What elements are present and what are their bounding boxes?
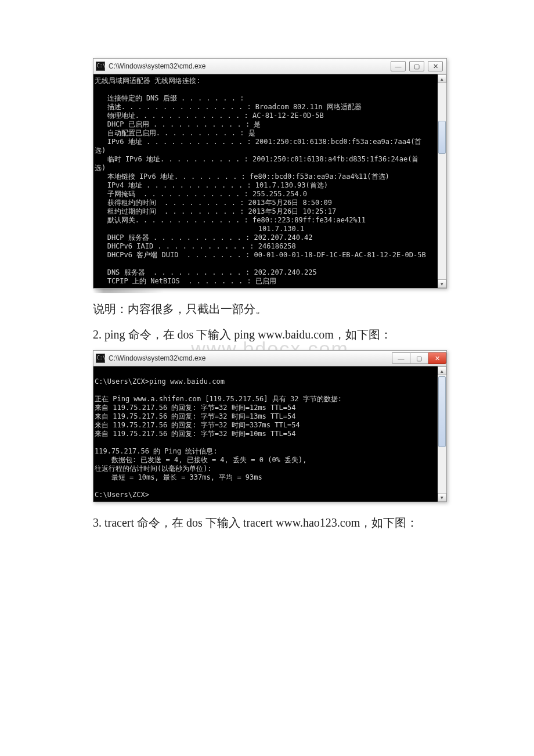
cmd-icon xyxy=(96,354,105,363)
minimize-button[interactable]: — xyxy=(392,352,410,364)
scroll-thumb[interactable] xyxy=(438,121,446,154)
step-3-text: 3. tracert 命令，在 dos 下输入 tracert www.hao1… xyxy=(93,513,447,532)
step-2-text: 2. ping 命令，在 dos 下输入 ping www.baidu.com，… xyxy=(93,325,447,344)
minimize-icon: — xyxy=(395,63,402,70)
window-buttons: — ▢ ✕ xyxy=(391,61,444,71)
chevron-down-icon: ▾ xyxy=(441,281,443,287)
window-title: C:\Windows\system32\cmd.exe xyxy=(109,354,392,362)
scroll-down-button[interactable]: ▾ xyxy=(438,279,446,288)
minimize-button[interactable]: — xyxy=(391,61,406,71)
close-icon: ✕ xyxy=(435,355,440,362)
minimize-icon: — xyxy=(398,355,405,362)
console-output[interactable]: C:\Users\ZCX>ping www.baidu.com 正在 Ping … xyxy=(93,366,438,502)
maximize-button[interactable]: ▢ xyxy=(410,352,428,364)
window-buttons: — ▢ ✕ xyxy=(392,352,446,364)
maximize-icon: ▢ xyxy=(414,63,420,70)
cmd-icon xyxy=(96,62,105,71)
maximize-icon: ▢ xyxy=(416,355,422,362)
close-button[interactable]: ✕ xyxy=(428,61,443,71)
chevron-up-icon: ▴ xyxy=(441,76,443,82)
chevron-down-icon: ▾ xyxy=(441,495,443,501)
window-title: C:\Windows\system32\cmd.exe xyxy=(109,62,391,70)
scroll-track[interactable] xyxy=(438,375,446,493)
console-output[interactable]: 无线局域网适配器 无线网络连接: 连接特定的 DNS 后缀 . . . . . … xyxy=(93,74,438,288)
scroll-down-button[interactable]: ▾ xyxy=(438,493,446,502)
titlebar[interactable]: C:\Windows\system32\cmd.exe — ▢ ✕ xyxy=(93,59,446,74)
scroll-up-button[interactable]: ▴ xyxy=(438,74,446,83)
close-icon: ✕ xyxy=(433,63,438,70)
cmd-window-ping: C:\Windows\system32\cmd.exe — ▢ ✕ C:\Use… xyxy=(93,350,447,502)
scroll-track[interactable] xyxy=(438,83,446,279)
chevron-up-icon: ▴ xyxy=(441,368,443,374)
shadow-decoration xyxy=(93,289,447,293)
titlebar[interactable]: C:\Windows\system32\cmd.exe — ▢ ✕ xyxy=(93,351,446,366)
console-area: 无线局域网适配器 无线网络连接: 连接特定的 DNS 后缀 . . . . . … xyxy=(93,74,446,288)
vertical-scrollbar[interactable]: ▴ ▾ xyxy=(438,74,446,288)
maximize-button[interactable]: ▢ xyxy=(409,61,424,71)
scroll-up-button[interactable]: ▴ xyxy=(438,366,446,375)
scroll-thumb[interactable] xyxy=(438,376,446,447)
cmd-window-ipconfig: C:\Windows\system32\cmd.exe — ▢ ✕ 无线局域网适… xyxy=(93,58,447,289)
vertical-scrollbar[interactable]: ▴ ▾ xyxy=(438,366,446,502)
console-area: C:\Users\ZCX>ping www.baidu.com 正在 Ping … xyxy=(93,366,446,502)
note-text: 说明：内容很多，只截出一部分。 xyxy=(93,299,447,319)
close-button[interactable]: ✕ xyxy=(428,352,446,364)
